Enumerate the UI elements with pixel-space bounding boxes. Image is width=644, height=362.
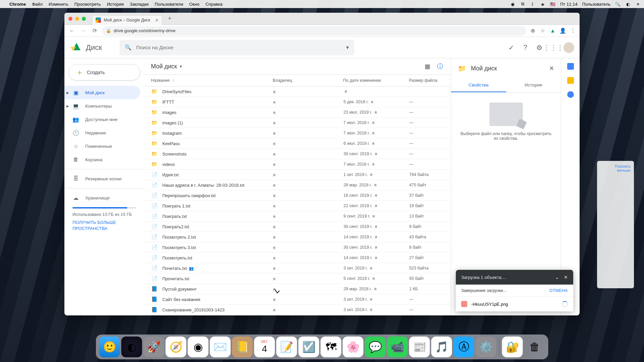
upload-item[interactable]: -HkuuUSY1pE.png (456, 297, 573, 311)
settings-gear-icon[interactable]: ⚙ (535, 44, 543, 52)
file-row[interactable]: 📁Screenshotsя30 сент. 2019 г. я— (144, 149, 451, 159)
menu-window[interactable]: Окно (189, 2, 199, 7)
support-icon[interactable]: ? (521, 44, 529, 52)
menu-history[interactable]: История (107, 2, 124, 7)
file-row[interactable]: 📘Пустой документя29 мар. 2018 г. я1 КБ (144, 284, 451, 294)
dock-safari[interactable]: 🧭 (166, 337, 186, 357)
sidebar-item-devices[interactable]: ▶💻Компьютеры (64, 99, 140, 113)
menu-bookmarks[interactable]: Закладки (130, 2, 149, 7)
sidebar-item-star[interactable]: ☆Помеченные (64, 139, 140, 153)
extension-drive-icon[interactable]: ▲ (549, 27, 556, 34)
bookmark-star-icon[interactable]: ☆ (539, 27, 546, 34)
menu-edit[interactable]: Изменить (49, 2, 68, 7)
column-name[interactable]: Название ↑ (151, 78, 273, 83)
file-list[interactable]: 📁DriveSyncFilesя я📁IFTTTя5 дек. 2018 г. … (144, 86, 451, 315)
sidebar-item-clock[interactable]: 🕘Недавние (64, 126, 140, 139)
chevron-right-icon[interactable]: ▶ (66, 91, 69, 95)
menubar-clock[interactable]: Пт 11:14 (560, 2, 577, 7)
details-tab-properties[interactable]: Свойства (451, 78, 506, 92)
sidebar-item-people[interactable]: 👥Доступные мне (64, 113, 140, 126)
file-row[interactable]: 📘Сканирование_20191003-1423я3 окт. 2019 … (144, 305, 451, 315)
upload-collapse-icon[interactable]: ⌄ (555, 275, 559, 280)
nav-back-button[interactable]: ← (68, 27, 76, 35)
menubar-user[interactable]: Пользователь (582, 2, 610, 7)
dock-news[interactable]: 📰 (409, 337, 430, 357)
browser-tab[interactable]: Мой диск – Google Диск ✕ (92, 15, 162, 25)
breadcrumb[interactable]: Мой диск ▼ (151, 63, 183, 70)
layout-grid-icon[interactable]: ▦ (423, 62, 431, 70)
sidebar-item-drive[interactable]: ▶▣Мой диск (64, 86, 140, 99)
install-app-icon[interactable]: ⊕ (529, 27, 536, 34)
window-close-button[interactable] (68, 17, 72, 21)
dock-maps[interactable]: 🗺 (321, 337, 341, 357)
status-dropbox-icon[interactable]: ⧉ (520, 1, 525, 7)
drive-search-box[interactable]: 🔍 ▾ (119, 40, 354, 55)
dock-app-1password[interactable]: 🔐 (502, 337, 523, 357)
dock-appstore[interactable]: Ⓐ (453, 337, 474, 357)
dock-reminders[interactable]: ☑️ (299, 337, 319, 357)
browser-menu-icon[interactable]: ⋮ (570, 27, 576, 34)
file-row[interactable]: 📄Посмотреть 3.txtя30 сент. 2019 г. я8 ба… (144, 242, 451, 253)
file-row[interactable]: 📁Instagramя7 июл. 2018 г. я— (144, 128, 451, 138)
dock-calendar[interactable]: ОКТ. 4 (254, 337, 275, 357)
upload-cancel-button[interactable]: ОТМЕНА (549, 288, 568, 293)
upload-close-icon[interactable]: ✕ (564, 275, 568, 280)
create-button[interactable]: ＋ Создать (68, 64, 140, 80)
details-toggle-icon[interactable]: ⓘ (436, 62, 444, 70)
dock-messages[interactable]: 💬 (365, 337, 386, 357)
file-row[interactable]: 📄Посмотреть.txtя14 сент. 2019 г. я27 бай… (144, 253, 451, 263)
file-row[interactable]: 📁videosя7 июл. 2018 г. я— (144, 159, 451, 170)
spotlight-icon[interactable]: 🔍 (615, 1, 621, 7)
menu-help[interactable]: Справка (205, 2, 222, 7)
dock-music[interactable]: 🎵 (431, 337, 452, 357)
chevron-right-icon[interactable]: ▶ (66, 104, 69, 108)
file-row[interactable]: 📄Идея.txtя1 окт. 2019 г. я764 байта (144, 170, 451, 180)
rail-calendar-icon[interactable] (567, 63, 574, 70)
file-row[interactable]: 📘Сайт без названияя3 окт. 2019 г. я— (144, 294, 451, 305)
notification-center-icon[interactable]: ≡ (635, 1, 641, 7)
column-size[interactable]: Размер файла (409, 78, 444, 83)
status-bluetooth-icon[interactable]: ᛒ (530, 1, 535, 7)
dock-finder[interactable]: 🙂 (99, 337, 120, 357)
dock-system-prefs[interactable]: ⚙️ (476, 337, 496, 357)
status-flag-icon[interactable]: 🇺🇸 (550, 1, 555, 7)
window-zoom-button[interactable] (82, 17, 86, 21)
sidebar-item-storage[interactable]: ☁ Хранилище (64, 191, 140, 204)
apps-grid-icon[interactable]: ⋮⋮⋮ (549, 44, 557, 52)
window-minimize-button[interactable] (75, 17, 79, 21)
file-row[interactable]: 📁KeePassя6 июл. 2019 г. я— (144, 138, 451, 149)
details-close-icon[interactable]: ✕ (549, 65, 554, 72)
rail-keep-icon[interactable] (567, 77, 574, 84)
file-row[interactable]: 📄Почитать.txt👥я3 окт. 2019 г. я523 байта (144, 263, 451, 274)
widget-show-less-link[interactable]: Показать меньше (600, 164, 631, 172)
details-tab-history[interactable]: История (506, 78, 561, 92)
file-row[interactable]: 📄Перепрошить смарфон.txtя18 сент. 2019 г… (144, 190, 451, 201)
address-bar[interactable]: 🔒 drive.google.com/drive/my-drive (102, 26, 526, 36)
menu-view[interactable]: Просмотреть (74, 2, 101, 7)
dock-facetime[interactable]: 📹 (387, 337, 408, 357)
sidebar-item-backups[interactable]: 🗄 Резервные копии (64, 172, 140, 185)
account-avatar[interactable] (564, 42, 574, 53)
ready-offline-icon[interactable]: ✓ (507, 44, 515, 52)
siri-icon[interactable]: ◐ (625, 1, 631, 7)
file-row[interactable]: 📁IFTTTя5 дек. 2018 г. я— (144, 97, 451, 107)
column-date[interactable]: По дате изменения (343, 78, 409, 83)
dock-contacts[interactable]: 📒 (232, 337, 253, 357)
status-screenrec-icon[interactable]: ◉ (510, 1, 515, 7)
column-owner[interactable]: Владелец (273, 78, 343, 83)
dock-notes[interactable]: 📝 (276, 337, 297, 357)
app-menu[interactable]: Chrome (9, 2, 26, 7)
profile-avatar-icon[interactable]: 👤 (559, 27, 566, 34)
file-row[interactable]: 📁imagesя23 июл. 2019 г. я— (144, 107, 451, 118)
sidebar-item-trash[interactable]: 🗑Корзина (64, 153, 140, 166)
menu-people[interactable]: Пользователи (155, 2, 183, 7)
nav-reload-button[interactable]: ⟳ (91, 27, 99, 35)
dock-launchpad[interactable]: 🚀 (144, 337, 164, 357)
menu-file[interactable]: Файл (32, 2, 43, 7)
nav-forward-button[interactable]: → (79, 27, 87, 35)
drive-logo[interactable]: Диск (70, 41, 102, 54)
dock-photos[interactable]: 🌸 (343, 337, 364, 357)
status-wifi-icon[interactable]: ◈ (540, 1, 545, 7)
file-row[interactable]: 📄Посмотреть 2.txtя14 сент. 2019 г. я43 б… (144, 232, 451, 242)
window-titlebar[interactable]: Мой диск – Google Диск ✕ + (64, 13, 580, 25)
